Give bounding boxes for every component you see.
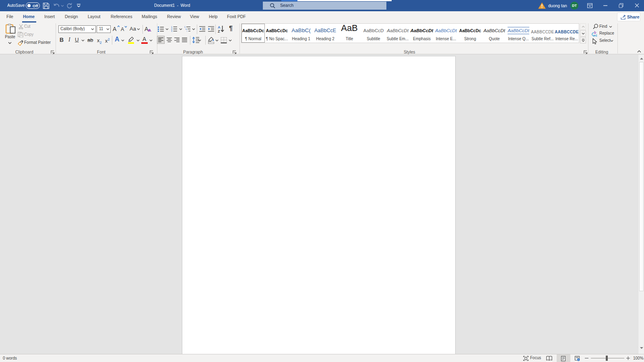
svg-text:A: A [218, 25, 221, 29]
svg-text:Z: Z [218, 29, 220, 33]
svg-text:c: c [595, 33, 597, 37]
svg-text:i: i [187, 30, 187, 32]
svg-text:3: 3 [171, 30, 172, 32]
